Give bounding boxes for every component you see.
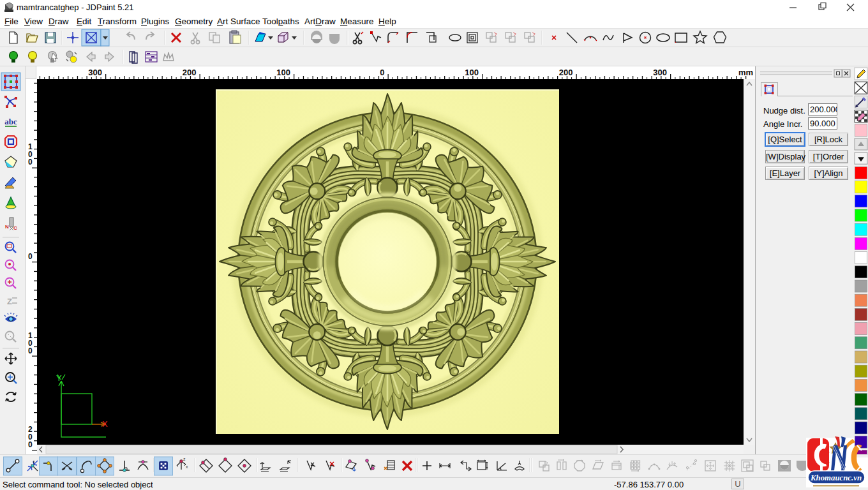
svg-text:C: C [13, 225, 17, 231]
svg-text:z: z [183, 457, 186, 461]
svg-text:abc: abc [4, 117, 17, 126]
svg-text:0: 0 [28, 158, 33, 167]
svg-text:Z: Z [7, 297, 12, 306]
svg-text:x: x [186, 464, 188, 469]
svg-text:100: 100 [276, 68, 290, 77]
svg-text:Y: Y [56, 373, 62, 383]
svg-text:N: N [5, 224, 9, 230]
svg-text:0: 0 [28, 252, 33, 261]
svg-text:200: 200 [183, 68, 197, 77]
svg-text:0: 0 [28, 440, 33, 449]
svg-text:200: 200 [559, 68, 573, 77]
svg-text:300: 300 [88, 68, 102, 77]
svg-text:300: 300 [653, 68, 667, 77]
svg-text:X: X [102, 419, 108, 429]
svg-text:0: 0 [380, 68, 384, 77]
svg-text:mm: mm [738, 68, 753, 77]
svg-text:Khomaucnc.vn: Khomaucnc.vn [810, 473, 862, 482]
svg-text:0: 0 [28, 346, 33, 355]
svg-text:100: 100 [465, 68, 479, 77]
